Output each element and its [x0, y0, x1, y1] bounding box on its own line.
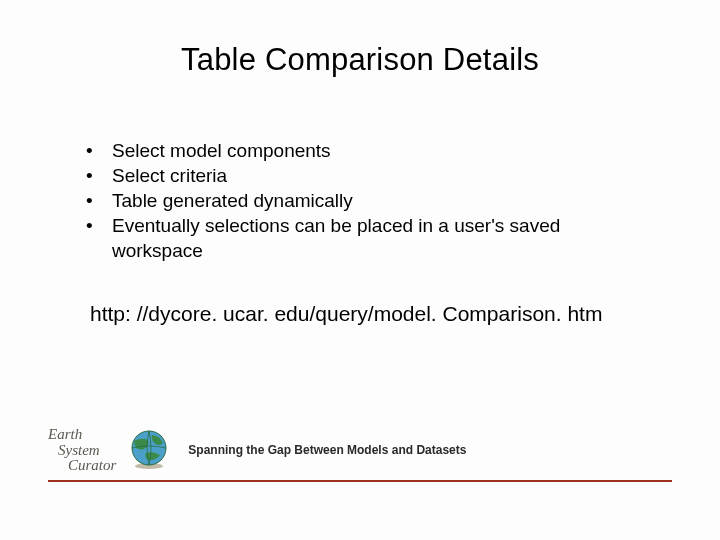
- reference-url: http: //dycore. ucar. edu/query/model. C…: [90, 302, 602, 326]
- bullet-list: Select model components Select criteria …: [82, 138, 642, 263]
- globe-icon: [126, 427, 172, 473]
- logo-line: Earth: [48, 427, 116, 443]
- footer-tagline: Spanning the Gap Between Models and Data…: [188, 443, 466, 457]
- slide: Table Comparison Details Select model co…: [0, 0, 720, 540]
- footer-rule: [48, 480, 672, 482]
- list-item: Eventually selections can be placed in a…: [82, 213, 642, 263]
- logo-block: Earth System Curator Spanning the Gap Be…: [48, 427, 672, 474]
- slide-footer: Earth System Curator Spanning the Gap Be…: [48, 427, 672, 482]
- list-item: Select criteria: [82, 163, 642, 188]
- logo-text: Earth System Curator: [48, 427, 116, 474]
- logo-line: Curator: [68, 458, 116, 474]
- list-item: Select model components: [82, 138, 642, 163]
- slide-title: Table Comparison Details: [0, 42, 720, 78]
- list-item: Table generated dynamically: [82, 188, 642, 213]
- logo-line: System: [58, 443, 116, 459]
